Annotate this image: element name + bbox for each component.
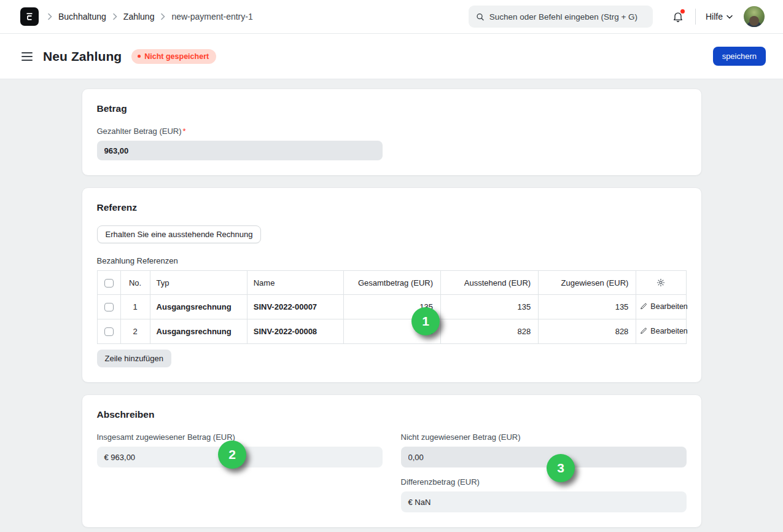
search-icon xyxy=(476,12,485,22)
chevron-right-icon xyxy=(112,13,117,20)
logo-glyph-icon xyxy=(25,12,34,22)
column-header-typ: Typ xyxy=(150,271,247,295)
section-title-abschreiben: Abschreiben xyxy=(97,409,687,420)
status-badge-label: Nicht gespeichert xyxy=(144,52,209,61)
total-allocated-label: Insgesamt zugewiesener Betrag (EUR) xyxy=(97,432,383,442)
breadcrumb-item-zahlung[interactable]: Zahlung xyxy=(123,12,155,22)
row-checkbox[interactable] xyxy=(104,327,114,336)
paid-amount-label: Gezahlter Betrag (EUR)* xyxy=(97,127,687,136)
help-menu[interactable]: Hilfe xyxy=(706,12,733,22)
global-search[interactable] xyxy=(469,6,653,28)
section-title-referenz: Referenz xyxy=(97,202,687,213)
breadcrumb-item-current: new-payment-entry-1 xyxy=(171,12,252,22)
column-header-no: No. xyxy=(120,271,150,295)
notifications-button[interactable] xyxy=(672,10,684,23)
chevron-right-icon xyxy=(160,13,165,20)
cell-ausstehend[interactable]: 135 xyxy=(441,295,539,319)
get-outstanding-invoice-button[interactable]: Erhalten Sie eine ausstehende Rechnung xyxy=(97,225,262,243)
section-abschreiben: Abschreiben Insgesamt zugewiesener Betra… xyxy=(82,394,702,528)
column-header-zugewiesen: Zugewiesen (EUR) xyxy=(539,271,636,295)
table-header-row: No. Typ Name Gesamtbetrag (EUR) Ausstehe… xyxy=(97,271,686,295)
section-referenz: Referenz Erhalten Sie eine ausstehende R… xyxy=(82,187,702,383)
annotation-marker-2: 2 xyxy=(218,440,246,469)
cell-zugewiesen[interactable]: 135 xyxy=(539,295,636,319)
paid-amount-label-text: Gezahlter Betrag (EUR) xyxy=(97,127,182,136)
status-dot-icon xyxy=(138,55,141,58)
breadcrumb-item-buchhaltung[interactable]: Buchhaltung xyxy=(58,12,106,22)
annotation-marker-3: 3 xyxy=(547,454,575,482)
cell-name[interactable]: SINV-2022-00007 xyxy=(247,295,343,319)
abschreiben-right-column: Nicht zugewiesener Betrag (EUR) Differen… xyxy=(401,432,687,512)
pencil-icon xyxy=(640,303,647,310)
notification-dot xyxy=(680,9,685,14)
cell-typ[interactable]: Ausgangsrechnung xyxy=(150,319,247,344)
page-head: Neu Zahlung Nicht gespeichert speichern xyxy=(0,34,783,79)
navbar-divider xyxy=(695,9,696,25)
cell-no: 1 xyxy=(120,295,150,319)
status-badge: Nicht gespeichert xyxy=(131,49,216,64)
table-row[interactable]: 2 Ausgangsrechnung SINV-2022-00008 828 8… xyxy=(97,319,686,344)
required-marker: * xyxy=(183,127,186,136)
cell-ausstehend[interactable]: 828 xyxy=(441,319,539,344)
menu-icon[interactable] xyxy=(20,50,34,63)
unallocated-label: Nicht zugewiesener Betrag (EUR) xyxy=(401,432,687,442)
edit-row-label: Bearbeiten xyxy=(650,327,687,335)
user-avatar[interactable] xyxy=(744,6,765,27)
save-button[interactable]: speichern xyxy=(713,47,766,66)
section-title-betrag: Betrag xyxy=(97,103,687,114)
gear-icon xyxy=(656,278,665,287)
cell-zugewiesen[interactable]: 828 xyxy=(539,319,636,344)
cell-no: 2 xyxy=(120,319,150,344)
paid-amount-input[interactable] xyxy=(97,141,383,160)
annotation-marker-1: 1 xyxy=(411,307,440,335)
help-label: Hilfe xyxy=(706,12,723,22)
column-header-name: Name xyxy=(247,271,343,295)
payment-references-table: No. Typ Name Gesamtbetrag (EUR) Ausstehe… xyxy=(97,270,687,344)
section-betrag: Betrag Gezahlter Betrag (EUR)* xyxy=(82,88,702,176)
difference-field: € NaN xyxy=(401,491,687,512)
navbar-right: Hilfe xyxy=(469,6,765,28)
pencil-icon xyxy=(640,327,647,335)
select-all-checkbox[interactable] xyxy=(104,279,114,288)
chevron-down-icon xyxy=(727,15,733,19)
chevron-right-icon xyxy=(47,13,52,20)
table-row[interactable]: 1 Ausgangsrechnung SINV-2022-00007 135 1… xyxy=(97,295,686,319)
page-title: Neu Zahlung xyxy=(43,49,122,64)
edit-row-button[interactable]: Bearbeiten xyxy=(640,302,687,311)
unallocated-input[interactable] xyxy=(401,447,687,467)
form-body: Betrag Gezahlter Betrag (EUR)* Referenz … xyxy=(0,79,783,528)
cell-typ[interactable]: Ausgangsrechnung xyxy=(150,295,247,319)
column-header-ausstehend: Ausstehend (EUR) xyxy=(441,271,539,295)
top-navbar: Buchhaltung Zahlung new-payment-entry-1 xyxy=(0,0,783,34)
column-header-gesamtbetrag: Gesamtbetrag (EUR) xyxy=(343,271,440,295)
edit-row-label: Bearbeiten xyxy=(650,302,687,311)
row-checkbox[interactable] xyxy=(104,303,114,311)
table-settings-button[interactable] xyxy=(636,271,686,295)
payment-references-label: Bezahlung Referenzen xyxy=(97,256,687,265)
breadcrumb: Buchhaltung Zahlung new-payment-entry-1 xyxy=(47,12,253,22)
edit-row-button[interactable]: Bearbeiten xyxy=(640,327,687,335)
cell-name[interactable]: SINV-2022-00008 xyxy=(247,319,343,344)
search-input[interactable] xyxy=(489,12,645,22)
difference-label: Differenzbetrag (EUR) xyxy=(401,477,687,487)
add-row-button[interactable]: Zeile hinzufügen xyxy=(97,350,171,367)
erpnext-logo-icon[interactable] xyxy=(20,7,39,26)
